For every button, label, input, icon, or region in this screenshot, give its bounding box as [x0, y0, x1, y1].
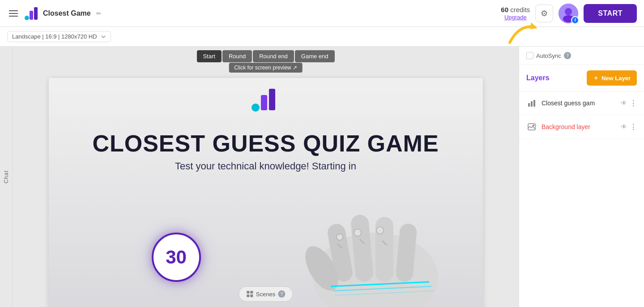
resolution-label: Landscape | 16:9 | 1280x720 HD	[12, 33, 97, 40]
layer-name-1: Background layer	[542, 123, 616, 130]
autosync-help-icon[interactable]: ?	[564, 52, 571, 59]
stage-round-end-button[interactable]: Round end	[253, 50, 294, 62]
svg-point-7	[252, 104, 260, 112]
canvas-logo	[250, 87, 281, 114]
autosync-row: AutoSync ?	[519, 47, 644, 65]
robot-hand-svg	[259, 134, 447, 307]
layer-actions-1: 👁 ⋮	[621, 123, 637, 131]
sub-toolbar: Landscape | 16:9 | 1280x720 HD	[0, 27, 644, 47]
credits-label: credits	[510, 6, 530, 13]
svg-rect-8	[261, 95, 267, 110]
layer-eye-icon-0[interactable]: 👁	[621, 99, 627, 107]
layers-header: Layers ＋ New Layer	[519, 65, 644, 91]
timer-number: 30	[166, 246, 187, 268]
layer-more-icon-1[interactable]: ⋮	[630, 123, 637, 131]
svg-rect-26	[250, 291, 253, 294]
avatar-container: f	[559, 4, 578, 23]
svg-rect-31	[533, 100, 535, 107]
top-nav: Closest Game ✏ 60 credits Upgrade ⚙ f	[0, 0, 644, 27]
edit-icon[interactable]: ✏	[96, 10, 102, 17]
nav-center: 60 credits Upgrade ⚙ f START	[501, 4, 637, 23]
svg-rect-25	[247, 291, 249, 294]
autosync-checkbox[interactable]	[526, 52, 533, 59]
timer-circle: 30	[152, 233, 201, 282]
svg-rect-9	[269, 89, 275, 110]
right-panel: AutoSync ? Layers ＋ New Layer Closest gu…	[519, 47, 644, 307]
scenes-label: Scenes	[256, 291, 275, 298]
preview-label[interactable]: Click for screen preview ↗	[229, 63, 303, 73]
app-logo	[23, 5, 39, 22]
svg-point-4	[565, 8, 572, 15]
svg-rect-2	[34, 7, 38, 20]
main-layout: Chat Start Round Round end Game end Clic…	[0, 47, 644, 307]
svg-point-22	[354, 229, 361, 236]
layers-title: Layers	[526, 74, 550, 82]
new-layer-label: New Layer	[601, 75, 631, 82]
chat-sidebar[interactable]: Chat	[0, 47, 13, 307]
layer-item-0[interactable]: Closest guess gam 👁 ⋮	[519, 91, 644, 115]
credits-area: 60 credits Upgrade	[501, 6, 530, 21]
stage-start-button[interactable]: Start	[196, 50, 221, 62]
svg-rect-30	[531, 101, 533, 107]
autosync-label: AutoSync	[536, 52, 561, 59]
canvas-area: Start Round Round end Game end Click for…	[13, 47, 519, 307]
layer-name-0: Closest guess gam	[542, 99, 616, 107]
svg-point-33	[533, 125, 534, 126]
svg-rect-29	[528, 103, 530, 107]
scenes-help: ?	[278, 290, 285, 298]
social-badge: f	[571, 16, 579, 24]
chevron-down-icon	[101, 34, 106, 39]
upgrade-link[interactable]: Upgrade	[501, 14, 530, 21]
chat-label: Chat	[3, 170, 9, 183]
app-title: Closest Game	[43, 9, 91, 17]
scenes-button[interactable]: Scenes ?	[239, 286, 293, 302]
settings-button[interactable]: ⚙	[535, 4, 553, 22]
resolution-select[interactable]: Landscape | 16:9 | 1280x720 HD	[7, 31, 111, 42]
canvas-content: CLOSEST GUESS QUIZ GAME Test your techni…	[49, 78, 483, 307]
preview-text: Click for screen preview ↗	[234, 65, 297, 71]
layer-eye-icon-1[interactable]: 👁	[621, 123, 627, 130]
scenes-icon	[246, 290, 253, 298]
layer-chart-icon	[526, 98, 537, 108]
layer-more-icon-0[interactable]: ⋮	[630, 99, 637, 108]
hamburger-menu[interactable]	[7, 9, 20, 18]
nav-left: Closest Game ✏	[7, 5, 102, 22]
robot-hand	[259, 134, 447, 307]
start-button[interactable]: START	[584, 4, 637, 23]
svg-point-0	[25, 16, 29, 20]
credits-count: 60	[501, 6, 508, 13]
svg-point-23	[376, 227, 384, 234]
canvas-frame: CLOSEST GUESS QUIZ GAME Test your techni…	[49, 78, 483, 307]
layer-image-icon	[526, 121, 537, 132]
plus-icon: ＋	[593, 74, 599, 82]
stage-round-button[interactable]: Round	[222, 50, 252, 62]
stage-nav: Start Round Round end Game end	[196, 50, 334, 62]
layer-actions-0: 👁 ⋮	[621, 99, 637, 108]
svg-rect-28	[250, 294, 253, 297]
svg-rect-13	[375, 217, 393, 282]
layer-item-1[interactable]: Background layer 👁 ⋮	[519, 115, 644, 139]
svg-point-24	[337, 234, 343, 240]
svg-rect-1	[30, 11, 33, 20]
svg-rect-27	[247, 294, 249, 297]
new-layer-button[interactable]: ＋ New Layer	[587, 70, 637, 86]
stage-game-end-button[interactable]: Game end	[295, 50, 335, 62]
